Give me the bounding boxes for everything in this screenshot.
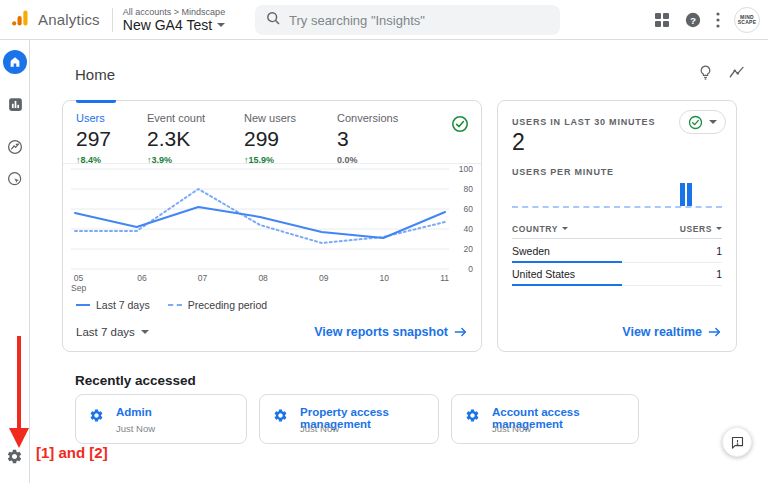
recent-card-time: Just Now	[300, 423, 339, 434]
realtime-title: USERS IN LAST 30 MINUTES	[512, 117, 655, 127]
metric-tab-event-count[interactable]: Event count 2.3K ↑3.9%	[147, 112, 205, 165]
metric-tab-users[interactable]: Users 297 ↑8.4%	[76, 112, 111, 165]
account-avatar[interactable]: MIND SCAPE	[734, 7, 760, 33]
recent-card-property-access[interactable]: Property access management Just Now	[259, 394, 439, 444]
metric-value: 299	[244, 127, 296, 151]
users-cell: 1	[716, 268, 722, 280]
chart-legend: Last 7 days Preceding period	[76, 299, 267, 311]
property-name: New GA4 Test	[123, 17, 212, 33]
help-icon[interactable]: ?	[684, 11, 702, 29]
y-axis-labels: 100 80 60 40 20 0	[449, 167, 475, 271]
country-cell: Sweden	[512, 245, 550, 257]
arrow-right-icon	[708, 326, 722, 338]
nav-home[interactable]	[0, 50, 30, 74]
gear-icon	[465, 408, 480, 427]
bar-chart-icon	[7, 96, 24, 113]
table-row[interactable]: United States 1	[512, 263, 722, 286]
caret-down-icon	[709, 120, 717, 124]
search-bar[interactable]	[255, 5, 560, 35]
table-row[interactable]: Sweden 1	[512, 240, 722, 263]
feedback-button[interactable]	[722, 427, 752, 457]
recent-card-admin[interactable]: Admin Just Now	[75, 394, 247, 444]
avatar-text: SCAPE	[738, 20, 757, 25]
home-icon	[8, 55, 22, 69]
sort-caret-icon	[716, 227, 722, 230]
advertising-icon	[6, 170, 24, 188]
green-check-icon	[688, 115, 703, 130]
users-cell: 1	[716, 245, 722, 257]
metric-label: Conversions	[337, 112, 398, 124]
recent-card-time: Just Now	[116, 423, 155, 434]
legend-label: Last 7 days	[96, 299, 150, 311]
home-overview-card: Users 297 ↑8.4% Event count 2.3K ↑3.9% N…	[62, 100, 482, 352]
recently-accessed-title: Recently accessed	[75, 373, 196, 388]
realtime-users-value: 2	[512, 129, 525, 156]
chevron-down-icon	[217, 23, 225, 27]
nav-advertising[interactable]	[0, 170, 30, 188]
annotation-text: [1] and [2]	[36, 444, 108, 461]
svg-text:?: ?	[690, 15, 696, 26]
recent-card-account-access[interactable]: Account access management Just Now	[451, 394, 639, 444]
country-column-header[interactable]: COUNTRY	[512, 224, 568, 234]
gear-icon	[273, 408, 288, 427]
nav-reports[interactable]	[0, 96, 30, 113]
metric-label: New users	[244, 112, 296, 124]
admin-gear-icon[interactable]	[6, 448, 23, 465]
metric-label: Users	[76, 112, 111, 124]
legend-solid-line-swatch	[76, 304, 90, 306]
realtime-status-dropdown[interactable]	[679, 110, 726, 134]
explore-icon	[6, 138, 24, 156]
realtime-card: USERS IN LAST 30 MINUTES 2 USERS PER MIN…	[497, 100, 737, 352]
feedback-comment-icon	[730, 435, 745, 450]
legend-dotted-line-swatch	[168, 304, 182, 306]
users-per-minute-label: USERS PER MINUTE	[512, 167, 614, 177]
metric-value: 3	[337, 127, 398, 151]
users-column-header[interactable]: USERS	[680, 224, 722, 234]
card-separator	[63, 163, 481, 164]
caret-down-icon	[141, 330, 149, 334]
app-header: Analytics All accounts > Mindscape New G…	[0, 0, 768, 40]
date-range-selector[interactable]: Last 7 days	[76, 326, 149, 338]
insights-lightbulb-icon[interactable]	[697, 64, 714, 86]
country-cell: United States	[512, 268, 575, 280]
recent-card-label: Admin	[116, 406, 152, 418]
active-metric-tab-indicator	[76, 100, 116, 103]
data-quality-check-icon[interactable]	[451, 115, 469, 137]
breadcrumb: All accounts > Mindscape	[123, 7, 225, 17]
trending-insights-icon[interactable]	[728, 64, 746, 86]
analytics-logo-icon	[10, 8, 30, 32]
metric-value: 297	[76, 127, 111, 151]
metric-tab-new-users[interactable]: New users 299 ↑15.9%	[244, 112, 296, 165]
legend-label: Preceding period	[188, 299, 267, 311]
left-nav	[0, 40, 30, 483]
users-per-minute-bars	[512, 181, 722, 208]
view-realtime-link[interactable]: View realtime	[622, 325, 722, 339]
metric-value: 2.3K	[147, 127, 205, 151]
sort-caret-icon	[562, 227, 568, 230]
metric-tab-conversions[interactable]: Conversions 3 0.0%	[337, 112, 398, 165]
view-reports-snapshot-link[interactable]: View reports snapshot	[314, 325, 468, 339]
product-name: Analytics	[38, 11, 100, 28]
metric-label: Event count	[147, 112, 205, 124]
kebab-menu-icon[interactable]	[716, 12, 720, 28]
arrow-right-icon	[454, 326, 468, 338]
gear-icon	[89, 408, 104, 427]
x-axis-labels: 05Sep 06 07 08 09 10 11	[71, 273, 449, 293]
date-range-label: Last 7 days	[76, 326, 135, 338]
recent-card-time: Just Now	[492, 423, 531, 434]
search-input[interactable]	[289, 13, 550, 28]
apps-grid-icon[interactable]	[654, 12, 670, 28]
nav-explore[interactable]	[0, 138, 30, 156]
row-value-bar	[512, 284, 622, 286]
account-switcher[interactable]: All accounts > Mindscape New GA4 Test	[123, 7, 225, 33]
search-icon	[265, 10, 281, 30]
header-divider	[112, 8, 113, 32]
page-title: Home	[75, 66, 115, 83]
users-line-chart	[71, 167, 449, 271]
